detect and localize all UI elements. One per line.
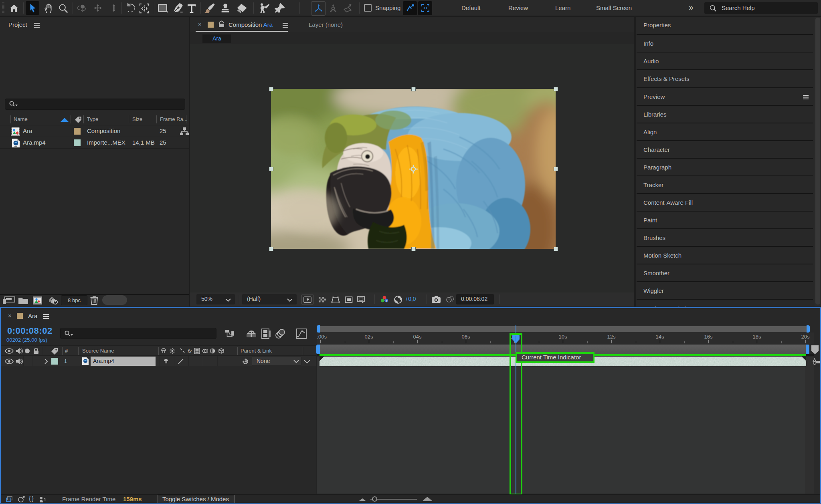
svg-text:fx: fx	[188, 348, 192, 354]
